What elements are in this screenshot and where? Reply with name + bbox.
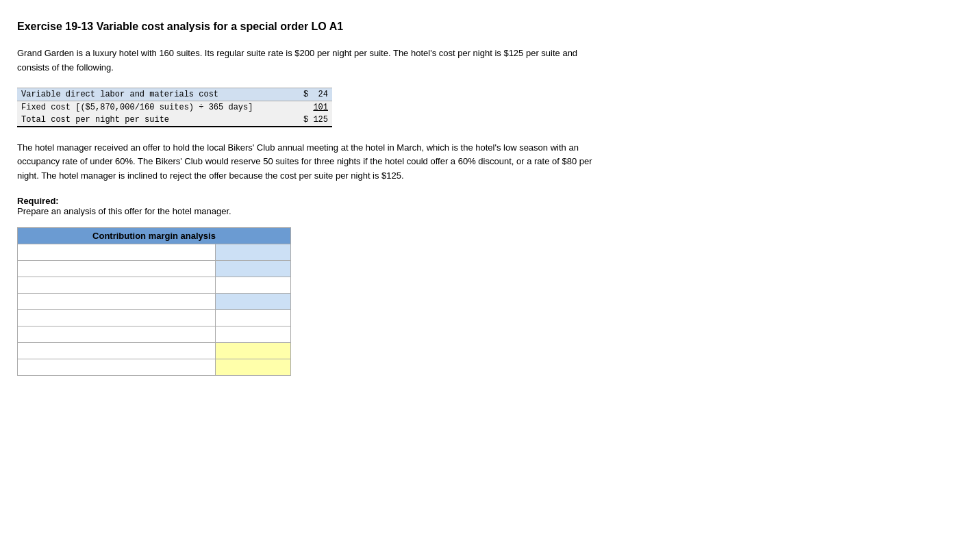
required-text: Prepare an analysis of this offer for th…: [17, 206, 231, 216]
cm-analysis-table: Contribution margin analysis: [17, 227, 291, 376]
cm-value-7[interactable]: [215, 342, 290, 359]
cost-row-label-2: Fixed cost [($5,870,000/160 suites) ÷ 36…: [17, 101, 286, 114]
cm-label-input-5[interactable]: [22, 313, 211, 323]
cm-label-input-3[interactable]: [22, 281, 211, 290]
table-row: Variable direct labor and materials cost…: [17, 88, 332, 101]
description-text: The hotel manager received an offer to h…: [17, 141, 606, 183]
cm-value-input-1[interactable]: [220, 248, 286, 257]
cm-value-3[interactable]: [215, 277, 290, 293]
required-label: Required:: [17, 196, 59, 206]
cost-row-value-2: 101: [286, 101, 332, 114]
cm-value-input-2[interactable]: [220, 264, 286, 274]
cm-header-row: Contribution margin analysis: [18, 227, 291, 244]
cm-row-6: [18, 326, 291, 342]
table-row: Total cost per night per suite $ 125: [17, 114, 332, 127]
cm-label-7[interactable]: [18, 342, 216, 359]
cm-value-6[interactable]: [215, 326, 290, 342]
cm-value-input-6[interactable]: [220, 330, 286, 339]
intro-text: Grand Garden is a luxury hotel with 160 …: [17, 47, 606, 75]
cost-row-value-1: $ 24: [286, 88, 332, 101]
cm-label-8[interactable]: [18, 359, 216, 375]
cost-row-label-1: Variable direct labor and materials cost: [17, 88, 286, 101]
cm-value-input-5[interactable]: [220, 313, 286, 323]
cm-row-1: [18, 244, 291, 260]
required-section: Required: Prepare an analysis of this of…: [17, 196, 963, 216]
cm-value-5[interactable]: [215, 309, 290, 326]
cm-label-input-6[interactable]: [22, 330, 211, 339]
cm-row-8: [18, 359, 291, 375]
cm-row-3: [18, 277, 291, 293]
cost-breakdown-table: Variable direct labor and materials cost…: [17, 88, 332, 127]
cm-table-wrapper: Contribution margin analysis: [17, 227, 291, 376]
cm-value-input-8[interactable]: [220, 363, 286, 372]
table-row: Fixed cost [($5,870,000/160 suites) ÷ 36…: [17, 101, 332, 114]
cm-label-input-2[interactable]: [22, 264, 211, 274]
cm-label-input-7[interactable]: [22, 346, 211, 356]
cm-label-input-1[interactable]: [22, 248, 211, 257]
cm-row-7: [18, 342, 291, 359]
cm-value-input-7[interactable]: [220, 346, 286, 356]
cm-label-input-8[interactable]: [22, 363, 211, 372]
cm-row-2: [18, 260, 291, 277]
cm-row-4: [18, 293, 291, 309]
cm-label-5[interactable]: [18, 309, 216, 326]
cm-value-input-4[interactable]: [220, 297, 286, 307]
cm-value-input-3[interactable]: [220, 281, 286, 290]
cm-row-5: [18, 309, 291, 326]
cm-value-2[interactable]: [215, 260, 290, 277]
cm-value-4[interactable]: [215, 293, 290, 309]
cm-label-2[interactable]: [18, 260, 216, 277]
cm-value-8[interactable]: [215, 359, 290, 375]
cost-row-label-3: Total cost per night per suite: [17, 114, 286, 127]
cm-label-4[interactable]: [18, 293, 216, 309]
cm-label-input-4[interactable]: [22, 297, 211, 307]
cm-label-3[interactable]: [18, 277, 216, 293]
cm-table-header: Contribution margin analysis: [18, 227, 291, 244]
exercise-title: Exercise 19-13 Variable cost analysis fo…: [17, 21, 963, 33]
cm-label-1[interactable]: [18, 244, 216, 260]
cm-label-6[interactable]: [18, 326, 216, 342]
cm-value-1[interactable]: [215, 244, 290, 260]
cost-row-value-3: $ 125: [286, 114, 332, 127]
